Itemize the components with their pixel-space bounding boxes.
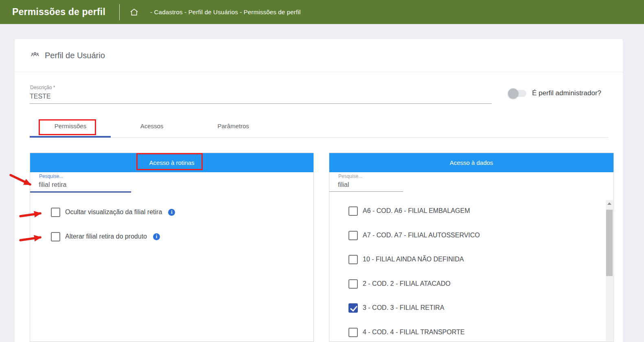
- profile-card: Perfil de Usuário Descrição * É perfil a…: [15, 39, 623, 342]
- checkbox-filial-3[interactable]: [348, 303, 358, 313]
- data-search-label: Pesquise...: [329, 173, 403, 179]
- routines-search-field: Pesquise...: [30, 172, 131, 193]
- header-divider: [119, 4, 120, 20]
- routine-row: Ocultar visualização da filial retira: [51, 206, 175, 218]
- info-icon[interactable]: [168, 209, 175, 216]
- breadcrumb: - Cadastros - Perfil de Usuários - Permi…: [150, 9, 300, 15]
- description-input[interactable]: [30, 92, 492, 104]
- checkbox-ocultar-visualizacao[interactable]: [51, 208, 60, 217]
- branch-label: 3 - COD. 3 - FILIAL RETIRA: [363, 304, 444, 311]
- checkbox-filial-a6[interactable]: [348, 206, 358, 216]
- checkbox-filial-10[interactable]: [348, 255, 358, 264]
- branch-row: 10 - FILIAL AINDA NÃO DEFINIDA: [348, 254, 464, 265]
- description-label: Descrição *: [30, 85, 492, 90]
- branch-row: A7 - COD. A7 - FILIAL AUTOSSERVICO: [348, 230, 480, 241]
- routine-label: Ocultar visualização da filial retira: [65, 208, 162, 216]
- branch-row: 2 - COD. 2 - FILIAL ATACADO: [348, 278, 451, 289]
- tab-bar: Permissões Acessos Parâmetros: [30, 117, 274, 136]
- vertical-scrollbar[interactable]: [606, 200, 613, 341]
- scrollbar-thumb[interactable]: [606, 210, 613, 276]
- data-panel-title: Acesso à dados: [329, 153, 613, 172]
- page-title: Permissões de perfil: [12, 7, 105, 18]
- admin-toggle-label: É perfil administrador?: [532, 89, 601, 97]
- user-group-icon: [31, 50, 39, 61]
- description-field: Descrição *: [30, 85, 492, 104]
- active-tab-indicator: [30, 136, 111, 138]
- tab-divider: [30, 137, 608, 138]
- admin-toggle-switch[interactable]: [508, 90, 526, 97]
- routines-panel: Acesso à rotinas Pesquise... Ocultar vis…: [30, 153, 314, 342]
- branch-label: A6 - COD. A6 - FILIAL EMBALAGEM: [363, 207, 470, 215]
- data-search-input[interactable]: [329, 180, 422, 191]
- tab-acessos[interactable]: Acessos: [111, 117, 193, 136]
- checkbox-filial-2[interactable]: [348, 279, 358, 289]
- data-access-panel: Acesso à dados Pesquise... A6 - COD. A6 …: [329, 153, 614, 342]
- app-root: Permissões de perfil - Cadastros - Perfi…: [0, 0, 644, 342]
- info-icon[interactable]: [153, 233, 160, 240]
- routine-label: Alterar filial retira do produto: [65, 233, 147, 240]
- tab-parametros[interactable]: Parâmetros: [193, 117, 274, 136]
- card-header: Perfil de Usuário: [15, 39, 623, 72]
- data-search-field: Pesquise...: [329, 172, 403, 192]
- routine-row: Alterar filial retira do produto: [51, 231, 160, 242]
- tab-permissoes[interactable]: Permissões: [30, 117, 111, 136]
- branch-row: 4 - COD. 4 - FILIAL TRANSPORTE: [348, 327, 464, 338]
- branch-label: 4 - COD. 4 - FILIAL TRANSPORTE: [363, 329, 464, 336]
- branch-row: 3 - COD. 3 - FILIAL RETIRA: [348, 302, 444, 314]
- app-header: Permissões de perfil - Cadastros - Perfi…: [0, 0, 644, 24]
- checkbox-filial-a7[interactable]: [348, 231, 358, 240]
- checkbox-filial-4[interactable]: [348, 328, 358, 337]
- branch-label: A7 - COD. A7 - FILIAL AUTOSSERVICO: [363, 232, 480, 239]
- admin-toggle: É perfil administrador?: [508, 87, 601, 99]
- routines-search-label: Pesquise...: [30, 173, 131, 179]
- branch-label: 10 - FILIAL AINDA NÃO DEFINIDA: [363, 256, 464, 263]
- home-icon[interactable]: [129, 7, 139, 17]
- routines-search-input[interactable]: [30, 180, 123, 191]
- branch-label: 2 - COD. 2 - FILIAL ATACADO: [363, 280, 451, 287]
- checkbox-alterar-filial[interactable]: [51, 232, 60, 241]
- scroll-up-arrow-icon[interactable]: [606, 200, 613, 207]
- branch-row: A6 - COD. A6 - FILIAL EMBALAGEM: [348, 205, 470, 217]
- routines-panel-title: Acesso à rotinas: [30, 153, 313, 172]
- card-title: Perfil de Usuário: [45, 51, 105, 60]
- toggle-knob: [508, 88, 518, 99]
